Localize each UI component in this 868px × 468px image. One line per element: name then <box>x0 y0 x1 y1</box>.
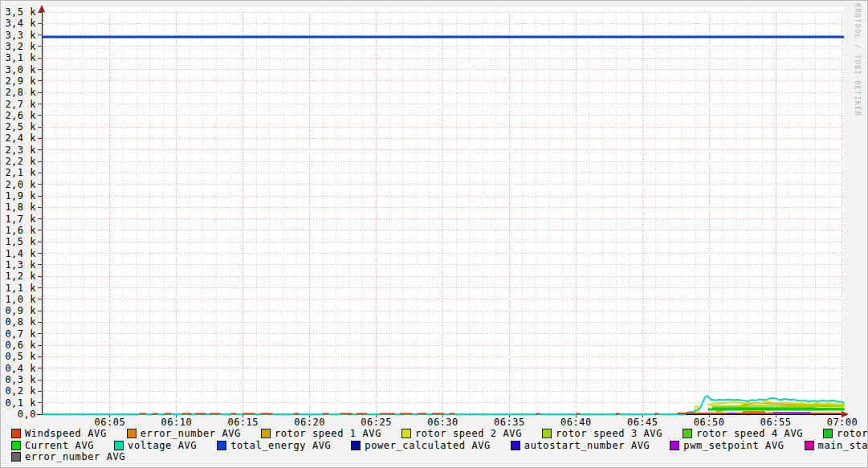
legend-item: error_number AVG <box>127 428 241 439</box>
y-axis-label: 0,6 k <box>5 340 36 351</box>
legend-item: pwm_setpoint AVG <box>670 440 784 451</box>
y-axis-label: 2,6 k <box>5 110 36 121</box>
legend-swatch-icon <box>542 429 552 438</box>
y-axis-label: 2,5 k <box>5 121 36 132</box>
rrdtool-watermark: RRDTOOL / TOBI OETIKER <box>854 3 862 116</box>
legend-swatch-icon <box>11 441 21 450</box>
legend-item: voltage AVG <box>114 440 197 451</box>
y-axis-label: 3,0 k <box>5 64 36 75</box>
legend-label: autostart_number AVG <box>524 440 650 451</box>
x-axis-label: 06:40 <box>560 417 592 428</box>
y-axis-label: 3,1 k <box>5 52 36 63</box>
legend-row: Windspeed AVGerror_number AVGrotor speed… <box>11 428 866 439</box>
series-rotor-speed-3 <box>712 405 845 406</box>
y-axis-label: 2,3 k <box>5 144 36 156</box>
legend-item: rotor speed 3 AVG <box>542 428 662 439</box>
legend-swatch-icon <box>823 429 833 438</box>
legend-item: Current AVG <box>11 440 94 451</box>
x-axis-label: 06:05 <box>95 417 126 428</box>
y-axis-label: 0,3 k <box>5 374 36 385</box>
legend-label: rotor speed 1 AVG <box>275 428 381 439</box>
y-axis-label: 0,2 k <box>5 385 36 397</box>
legend-label: rotor speed 3 AVG <box>556 428 662 439</box>
x-axis-label: 06:25 <box>361 417 392 428</box>
legend-label: error_number AVG <box>25 451 125 462</box>
rrdtool-graph: 0,00,1 k0,2 k0,3 k0,4 k0,5 k0,6 k0,7 k0,… <box>0 0 868 468</box>
legend-item: Windspeed AVG <box>11 428 107 439</box>
x-axis-label: 06:15 <box>227 417 259 428</box>
legend-label: pwm_setpoint AVG <box>683 440 784 451</box>
x-axis-label: 06:30 <box>427 417 458 428</box>
legend-label: rotor speed 5 AVG <box>837 428 868 439</box>
legend-swatch-icon <box>401 429 411 438</box>
y-axis-label: 2,1 k <box>5 167 36 178</box>
legend-item: rotor speed 4 AVG <box>683 428 803 439</box>
x-axis-label: 06:55 <box>760 417 792 428</box>
y-axis-label: 0,1 k <box>5 397 36 409</box>
legend-item: rotor speed 5 AVG <box>823 428 868 439</box>
legend-swatch-icon <box>683 429 692 438</box>
legend-label: main_state_number AVG <box>818 440 868 451</box>
legend-item: power_calculated AVG <box>351 440 491 451</box>
y-axis-label: 1,3 k <box>5 259 36 271</box>
legend-swatch-icon <box>511 441 520 450</box>
y-axis-label: 2,2 k <box>5 156 36 167</box>
legend-swatch-icon <box>114 441 124 450</box>
legend-row: Current AVGvoltage AVGtotal_energy AVGpo… <box>11 440 866 451</box>
legend-swatch-icon <box>670 441 679 450</box>
legend-item: autostart_number AVG <box>511 440 650 451</box>
x-axis-label: 06:10 <box>161 417 193 428</box>
legend-label: rotor speed 4 AVG <box>696 428 803 439</box>
y-axis-label: 1,8 k <box>5 201 36 213</box>
y-axis-label: 0,5 k <box>5 351 36 362</box>
y-axis-label: 1,5 k <box>5 236 36 247</box>
y-axis-label: 2,8 k <box>5 87 36 98</box>
plot-area <box>42 7 844 414</box>
legend-label: rotor speed 2 AVG <box>415 428 522 439</box>
legend-item: error_number AVG <box>11 451 125 462</box>
y-axis-label: 3,2 k <box>5 41 36 52</box>
legend-item: main_state_number AVG <box>805 440 868 451</box>
legend-label: Current AVG <box>25 440 94 451</box>
y-axis-label: 2,0 k <box>5 179 36 190</box>
chart-canvas: 0,00,1 k0,2 k0,3 k0,4 k0,5 k0,6 k0,7 k0,… <box>1 1 868 468</box>
legend: Windspeed AVGerror_number AVGrotor speed… <box>11 428 866 463</box>
y-axis-label: 1,2 k <box>5 271 36 282</box>
legend-label: total_energy AVG <box>230 440 331 451</box>
y-axis-label: 2,9 k <box>5 75 36 87</box>
x-axis-label: 07:00 <box>827 417 858 428</box>
legend-item: total_energy AVG <box>217 440 331 451</box>
legend-row: error_number AVG <box>11 451 866 462</box>
legend-swatch-icon <box>217 441 226 450</box>
y-axis-label: 0,8 k <box>5 316 36 328</box>
legend-swatch-icon <box>11 429 21 438</box>
x-axis-label: 06:20 <box>294 417 325 428</box>
y-axis-label: 2,4 k <box>5 132 36 144</box>
x-axis-label: 06:35 <box>494 417 525 428</box>
legend-swatch-icon <box>805 441 814 450</box>
y-axis-label: 1,4 k <box>5 248 36 259</box>
legend-label: power_calculated AVG <box>365 440 491 451</box>
x-axis-label: 06:45 <box>627 417 658 428</box>
y-axis-label: 1,7 k <box>5 214 36 225</box>
y-axis-label: 0,0 <box>18 409 36 420</box>
y-axis-label: 1,1 k <box>5 283 36 294</box>
legend-item: rotor speed 2 AVG <box>401 428 522 439</box>
legend-label: error_number AVG <box>141 428 241 439</box>
legend-label: Windspeed AVG <box>25 428 107 439</box>
y-axis-label: 1,0 k <box>5 294 36 305</box>
y-axis-label: 3,3 k <box>5 30 36 41</box>
legend-swatch-icon <box>351 441 361 450</box>
y-axis-label: 0,9 k <box>5 305 36 316</box>
y-axis-label: 2,7 k <box>5 99 36 110</box>
y-axis-label: 0,4 k <box>5 363 36 374</box>
legend-swatch-icon <box>261 429 271 438</box>
y-axis-label: 3,4 k <box>5 18 36 29</box>
legend-swatch-icon <box>11 452 21 462</box>
y-axis-label: 1,9 k <box>5 190 36 201</box>
y-axis-label: 0,7 k <box>5 328 36 340</box>
legend-swatch-icon <box>127 429 137 438</box>
x-axis-label: 06:50 <box>694 417 725 428</box>
legend-item: rotor speed 1 AVG <box>261 428 381 439</box>
y-axis-label: 3,5 k <box>5 6 36 18</box>
